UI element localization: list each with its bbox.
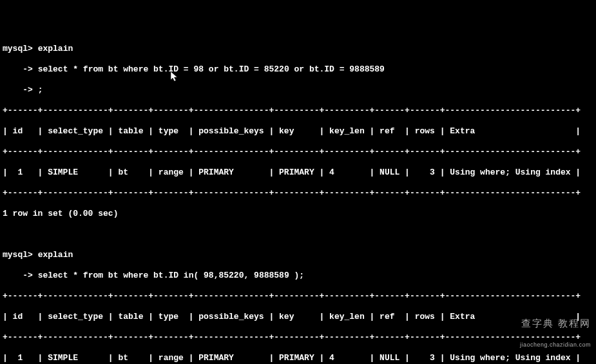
table-separator: +------+-------------+-------+-------+--… [3, 147, 596, 157]
sql-query-1-line-2: ; [38, 85, 43, 95]
prompt-symbol: mysql> [3, 44, 33, 53]
mysql-prompt[interactable]: mysql> explain [3, 250, 596, 260]
result-summary: 1 row in set (0.00 sec) [3, 209, 596, 219]
mysql-prompt[interactable]: mysql> explain [3, 44, 596, 54]
table-data-row: | 1 | SIMPLE | bt | range | PRIMARY | PR… [3, 353, 596, 363]
continuation-line: -> select * from bt where bt.ID = 98 or … [3, 64, 596, 75]
table-separator: +------+-------------+-------+-------+--… [3, 188, 596, 198]
table-separator: +------+-------------+-------+-------+--… [3, 332, 596, 343]
table-header-row: | id | select_type | table | type | poss… [3, 312, 596, 322]
table-separator: +------+-------------+-------+-------+--… [3, 106, 596, 116]
watermark: 查字典 教程网 jiaocheng.chazidian.com [515, 308, 591, 360]
watermark-url: jiaocheng.chazidian.com [515, 340, 591, 350]
table-data-row: | 1 | SIMPLE | bt | range | PRIMARY | PR… [3, 168, 596, 178]
sql-query-1-line-0: explain [38, 44, 73, 53]
continuation-line: -> ; [3, 85, 596, 95]
table-separator: +------+-------------+-------+-------+--… [3, 291, 596, 302]
sql-query-2-line-1: select * from bt where bt.ID in( 98,8522… [38, 271, 304, 280]
sql-query-2-line-0: explain [38, 250, 73, 260]
prompt-symbol: mysql> [3, 250, 33, 260]
table-header-row: | id | select_type | table | type | poss… [3, 126, 596, 137]
blank-line [3, 229, 596, 240]
sql-query-1-line-1: select * from bt where bt.ID = 98 or bt.… [38, 64, 385, 74]
watermark-title: 查字典 教程网 [521, 318, 591, 329]
cont-symbol: -> [3, 64, 33, 74]
cont-symbol: -> [3, 271, 33, 280]
continuation-line: -> select * from bt where bt.ID in( 98,8… [3, 271, 596, 281]
cont-symbol: -> [3, 85, 33, 95]
